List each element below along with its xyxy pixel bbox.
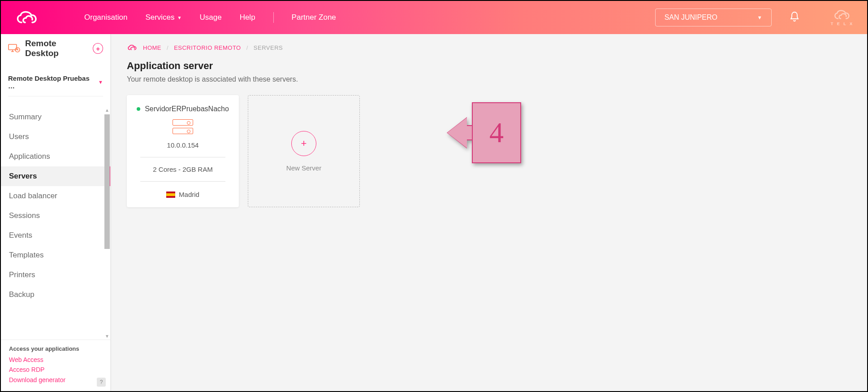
sidebar-item-events[interactable]: Events bbox=[1, 226, 110, 245]
server-cards-row: ServidorERPruebasNacho 10.0.0.154 2 Core… bbox=[127, 95, 851, 207]
nav-services[interactable]: Services▼ bbox=[145, 13, 181, 22]
project-selector[interactable]: Remote Desktop Pruebas … ▼ bbox=[8, 74, 103, 96]
project-name: Remote Desktop Pruebas … bbox=[8, 74, 95, 90]
new-server-card[interactable]: + New Server bbox=[248, 95, 360, 207]
sidebar-item-summary[interactable]: Summary bbox=[1, 107, 110, 127]
scroll-thumb[interactable] bbox=[104, 114, 110, 249]
divider bbox=[140, 181, 225, 182]
link-web-access[interactable]: Web Access bbox=[9, 355, 102, 365]
breadcrumb-logo-icon bbox=[127, 44, 138, 51]
sidebar-footer: Access your applications Web Access Acce… bbox=[1, 340, 110, 391]
tenant-selected: SAN JUNIPERO bbox=[665, 13, 717, 22]
sidebar-item-templates[interactable]: Templates bbox=[1, 245, 110, 265]
breadcrumb-current: SERVERS bbox=[254, 44, 283, 51]
new-server-label: New Server bbox=[286, 164, 321, 172]
notifications-bell-icon[interactable] bbox=[790, 11, 799, 24]
server-card[interactable]: ServidorERPruebasNacho 10.0.0.154 2 Core… bbox=[127, 95, 239, 207]
sidebar-item-printers[interactable]: Printers bbox=[1, 265, 110, 285]
sidebar-item-users[interactable]: Users bbox=[1, 127, 110, 147]
scroll-down-icon[interactable]: ▼ bbox=[105, 333, 109, 340]
server-location: Madrid bbox=[179, 191, 199, 198]
main-nav: Organisation Services▼ Usage Help Partne… bbox=[84, 12, 336, 23]
annotation-number: 4 bbox=[472, 102, 521, 163]
nav-usage[interactable]: Usage bbox=[199, 13, 221, 22]
server-name: ServidorERPruebasNacho bbox=[145, 105, 229, 113]
link-download-generator[interactable]: Download generator bbox=[9, 375, 102, 385]
breadcrumb: HOME / ESCRITORIO REMOTO / SERVERS bbox=[127, 44, 851, 51]
flag-spain-icon bbox=[166, 192, 175, 198]
sidebar-item-backup[interactable]: Backup bbox=[1, 285, 110, 305]
sidebar-item-sessions[interactable]: Sessions bbox=[1, 206, 110, 226]
status-online-icon bbox=[137, 107, 140, 111]
brand-logo-icon[interactable] bbox=[14, 10, 39, 25]
nav-divider bbox=[273, 12, 274, 23]
sidebar-menu-scroll: Summary Users Applications Servers Load … bbox=[1, 107, 110, 340]
sidebar-header: Remote Desktop + bbox=[1, 34, 110, 66]
server-rack-icon bbox=[173, 119, 193, 134]
brand-corner-logo-icon: T E L X bbox=[831, 9, 854, 26]
tenant-dropdown[interactable]: SAN JUNIPERO ▼ bbox=[655, 9, 772, 26]
server-ip: 10.0.0.154 bbox=[135, 139, 231, 152]
sidebar: Remote Desktop + Remote Desktop Pruebas … bbox=[1, 34, 111, 391]
sidebar-item-load-balancer[interactable]: Load balancer bbox=[1, 186, 110, 206]
chevron-down-icon: ▼ bbox=[98, 79, 103, 85]
plus-circle-icon: + bbox=[291, 131, 316, 156]
page-title: Application server bbox=[127, 60, 851, 72]
nav-help[interactable]: Help bbox=[240, 13, 255, 22]
sidebar-title: Remote Desktop bbox=[25, 39, 88, 58]
divider bbox=[140, 157, 225, 157]
scroll-up-icon[interactable]: ▲ bbox=[105, 107, 109, 113]
breadcrumb-separator: / bbox=[246, 44, 248, 51]
sidebar-item-applications[interactable]: Applications bbox=[1, 147, 110, 166]
help-badge-button[interactable]: ? bbox=[97, 378, 106, 387]
remote-desktop-icon bbox=[8, 44, 21, 53]
annotation-callout: 4 bbox=[447, 102, 521, 163]
link-acceso-rdp[interactable]: Acceso RDP bbox=[9, 365, 102, 375]
chevron-down-icon: ▼ bbox=[177, 15, 182, 20]
server-specs: 2 Cores - 2GB RAM bbox=[135, 163, 231, 176]
access-apps-heading: Access your applications bbox=[9, 345, 102, 352]
top-header: Organisation Services▼ Usage Help Partne… bbox=[1, 1, 867, 34]
sidebar-item-servers[interactable]: Servers bbox=[1, 166, 110, 186]
main-content: HOME / ESCRITORIO REMOTO / SERVERS Appli… bbox=[111, 34, 867, 391]
chevron-down-icon: ▼ bbox=[757, 15, 762, 20]
breadcrumb-home[interactable]: HOME bbox=[143, 44, 161, 51]
page-subtitle: Your remote desktop is associated with t… bbox=[127, 75, 851, 83]
add-remote-desktop-button[interactable]: + bbox=[93, 43, 103, 54]
nav-organisation[interactable]: Organisation bbox=[84, 13, 127, 22]
breadcrumb-separator: / bbox=[167, 44, 168, 51]
sidebar-scrollbar[interactable]: ▲ ▼ bbox=[104, 107, 110, 340]
nav-partner-zone[interactable]: Partner Zone bbox=[292, 13, 336, 22]
breadcrumb-escritorio-remoto[interactable]: ESCRITORIO REMOTO bbox=[174, 44, 241, 51]
